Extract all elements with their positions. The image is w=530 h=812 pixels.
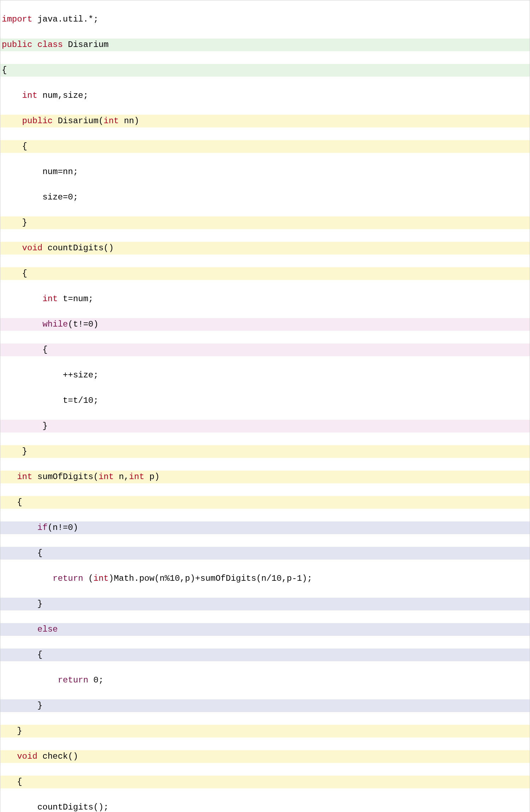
code-line: countDigits(); [0, 801, 530, 812]
code-line: public Disarium(int nn) [0, 115, 530, 127]
code-line: { [0, 140, 530, 153]
keyword-int: int [104, 116, 119, 126]
brace-open: { [22, 269, 27, 278]
code-line: void check() [0, 750, 530, 763]
brace-open: { [37, 650, 42, 659]
keyword-int: int [129, 472, 144, 482]
code-line: } [0, 216, 530, 229]
code-line: { [0, 547, 530, 560]
keyword-while: while [42, 320, 68, 329]
code-line: { [0, 496, 530, 509]
code-line: int t=num; [0, 293, 530, 305]
keyword-else: else [37, 625, 58, 634]
code-text: size=0; [42, 192, 78, 202]
code-line: { [0, 267, 530, 280]
code-line: int num,size; [0, 89, 530, 102]
brace-close: } [42, 421, 47, 431]
code-text: countDigits() [42, 243, 114, 253]
brace-close: } [17, 726, 22, 736]
code-text: num=nn; [42, 167, 78, 177]
code-text: nn) [119, 116, 139, 126]
keyword-int: int [22, 91, 37, 100]
code-block: import java.util.*; public class Disariu… [0, 0, 530, 812]
keyword-import: import [2, 14, 32, 24]
code-line: while(t!=0) [0, 318, 530, 331]
code-line: if(n!=0) [0, 521, 530, 534]
brace-open: { [17, 497, 22, 507]
code-text: n, [114, 472, 129, 482]
code-line: import java.util.*; [0, 13, 530, 26]
brace-close: } [22, 447, 27, 456]
code-line: } [0, 699, 530, 712]
code-text: (n!=0) [48, 523, 78, 532]
code-line: t=t/10; [0, 394, 530, 407]
keyword-return: return [53, 574, 83, 583]
code-line: } [0, 420, 530, 432]
code-text: Disarium( [53, 116, 104, 126]
code-line: { [0, 776, 530, 788]
code-text: java.util.*; [32, 14, 98, 24]
code-line: num=nn; [0, 166, 530, 178]
code-line: return (int)Math.pow(n%10,p)+sumOfDigits… [0, 572, 530, 585]
code-text: )Math.pow(n%10,p)+sumOfDigits(n/10,p-1); [108, 574, 312, 583]
code-line: { [0, 64, 530, 77]
code-line: void countDigits() [0, 242, 530, 255]
keyword-public: public [22, 116, 53, 126]
code-line: } [0, 445, 530, 458]
code-line: { [0, 344, 530, 356]
code-text: t=t/10; [63, 396, 99, 405]
code-text: num,size; [37, 91, 88, 100]
code-line: ++size; [0, 369, 530, 382]
keyword-int: int [93, 574, 108, 583]
code-line: size=0; [0, 191, 530, 204]
code-text: countDigits(); [37, 802, 109, 812]
keyword-public: public [2, 40, 32, 49]
code-line: } [0, 598, 530, 610]
code-line: int sumOfDigits(int n,int p) [0, 471, 530, 483]
keyword-class: class [37, 40, 63, 49]
brace-close: } [37, 599, 42, 609]
brace-open: { [17, 777, 22, 787]
code-text: (t!=0) [68, 320, 98, 329]
brace-close: } [37, 701, 42, 710]
code-line: { [0, 649, 530, 661]
keyword-return: return [58, 675, 88, 685]
brace-open: { [37, 548, 42, 558]
keyword-if: if [37, 523, 48, 532]
code-text: ++size; [63, 370, 99, 380]
code-line: public class Disarium [0, 38, 530, 51]
code-line: else [0, 623, 530, 636]
keyword-int: int [17, 472, 32, 482]
keyword-int: int [99, 472, 114, 482]
code-line: } [0, 725, 530, 738]
brace-open: { [2, 65, 7, 75]
code-text: ( [83, 574, 93, 583]
brace-open: { [22, 142, 27, 151]
code-text: 0; [88, 675, 104, 685]
class-name: Disarium [63, 40, 109, 49]
keyword-int: int [42, 294, 58, 304]
code-text: t=num; [58, 294, 93, 304]
code-text: p) [144, 472, 159, 482]
code-line: return 0; [0, 674, 530, 687]
brace-open: { [42, 345, 47, 354]
keyword-void: void [22, 243, 43, 253]
keyword-void: void [17, 752, 37, 761]
code-text: check() [37, 752, 78, 761]
code-text: sumOfDigits( [32, 472, 98, 482]
brace-close: } [22, 218, 27, 227]
